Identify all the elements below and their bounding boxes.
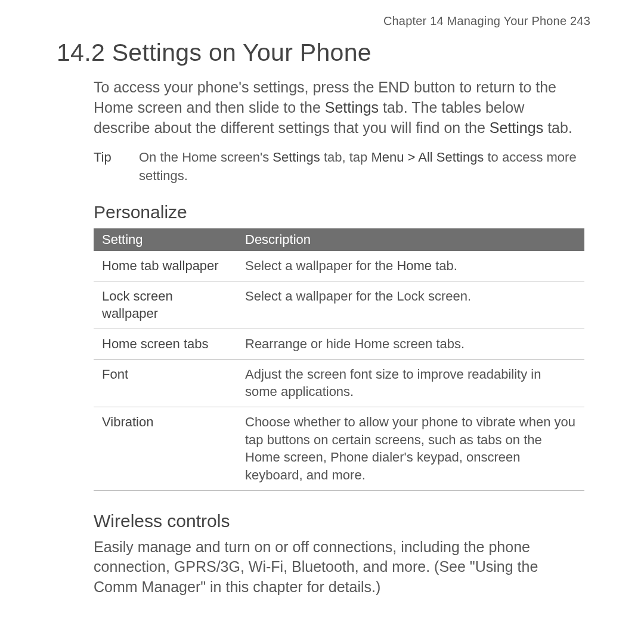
tip-block: Tip On the Home screen's Settings tab, t… (94, 148, 584, 185)
desc-a: Adjust the screen font size to improve r… (245, 367, 541, 400)
setting-name: Font (94, 359, 237, 407)
tip-strong-settings: Settings (273, 150, 320, 165)
table-row: Font Adjust the screen font size to impr… (94, 359, 584, 407)
setting-name: Home screen tabs (94, 329, 237, 359)
setting-description: Rearrange or hide Home screen tabs. (237, 329, 584, 359)
section-heading: 14.2 Settings on Your Phone (57, 39, 590, 67)
table-row: Home screen tabs Rearrange or hide Home … (94, 329, 584, 359)
table-header-row: Setting Description (94, 228, 584, 251)
intro-strong-settings-2: Settings (490, 119, 543, 136)
table-header-setting: Setting (94, 228, 237, 251)
setting-name: Vibration (94, 407, 237, 490)
tip-body: On the Home screen's Settings tab, tap M… (139, 148, 584, 185)
personalize-heading: Personalize (94, 202, 584, 222)
tip-label: Tip (94, 148, 139, 185)
intro-text-e: tab. (543, 119, 572, 136)
intro-paragraph: To access your phone's settings, press t… (94, 78, 584, 138)
desc-a: Rearrange or hide Home screen tabs. (245, 336, 465, 351)
section-title-text: Settings on Your Phone (112, 39, 371, 66)
desc-a: Select a wallpaper for the Lock screen. (245, 289, 471, 304)
intro-strong-settings-1: Settings (325, 99, 379, 116)
page-header: Chapter 14 Managing Your Phone 243 (57, 14, 590, 28)
section-number: 14.2 (57, 39, 105, 66)
table-header-description: Description (237, 228, 584, 251)
table-row: Vibration Choose whether to allow your p… (94, 407, 584, 490)
wireless-body: Easily manage and turn on or off connect… (94, 537, 584, 597)
tip-text-1: On the Home screen's (139, 150, 273, 165)
personalize-table: Setting Description Home tab wallpaper S… (94, 228, 584, 491)
table-row: Lock screen wallpaper Select a wallpaper… (94, 281, 584, 329)
desc-a: Select a wallpaper for the (245, 258, 397, 273)
setting-description: Choose whether to allow your phone to vi… (237, 407, 584, 490)
desc-c: tab. (432, 258, 457, 273)
tip-text-3: tab, tap (320, 150, 371, 165)
setting-description: Select a wallpaper for the Home tab. (237, 251, 584, 281)
tip-strong-menu: Menu > All Settings (371, 150, 484, 165)
page-number: 243 (570, 14, 590, 27)
setting-name: Lock screen wallpaper (94, 281, 237, 329)
wireless-heading: Wireless controls (94, 511, 584, 531)
desc-a: Choose whether to allow your phone to vi… (245, 414, 575, 482)
setting-description: Select a wallpaper for the Lock screen. (237, 281, 584, 329)
chapter-label: Chapter 14 Managing Your Phone (383, 14, 566, 27)
table-row: Home tab wallpaper Select a wallpaper fo… (94, 251, 584, 281)
body-block: To access your phone's settings, press t… (57, 78, 590, 597)
setting-name: Home tab wallpaper (94, 251, 237, 281)
page-container: Chapter 14 Managing Your Phone 243 14.2 … (0, 0, 644, 621)
setting-description: Adjust the screen font size to improve r… (237, 359, 584, 407)
desc-b-strong: Home (397, 258, 432, 273)
